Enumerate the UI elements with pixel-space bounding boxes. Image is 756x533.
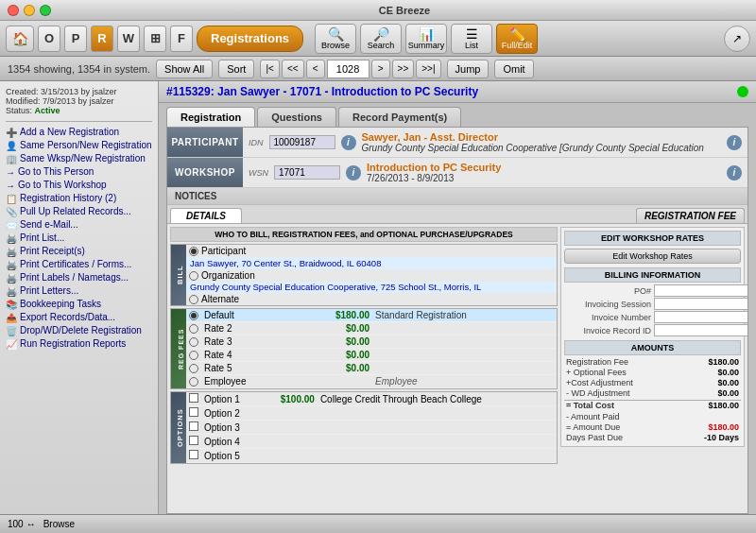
fee-row-rate2[interactable]: Rate 2 $0.00 <box>186 322 557 335</box>
sidebar-export-label: Export Records/Data... <box>20 312 115 322</box>
sidebar-item-related[interactable]: 📎Pull Up Related Records... <box>6 205 152 218</box>
workshop-content: WSN 17071 i Introduction to PC Security … <box>243 158 747 187</box>
sidebar-item-same-wksp[interactable]: 🏢Same Wksp/New Registration <box>6 152 152 165</box>
nav-letter-w[interactable]: W <box>117 26 140 52</box>
tab-record-payment[interactable]: Record Payment(s) <box>338 107 461 127</box>
po-input[interactable] <box>654 284 748 297</box>
sort-button[interactable]: Sort <box>218 60 254 78</box>
option-row-4[interactable]: Option 4 <box>186 435 557 449</box>
rate2-radio[interactable] <box>189 324 198 334</box>
participant-radio[interactable] <box>189 247 198 256</box>
sidebar-item-goto-person[interactable]: →Go to This Person <box>6 165 152 179</box>
default-fee-radio[interactable] <box>189 311 198 320</box>
nav-next-next-button[interactable]: >> <box>392 60 415 78</box>
record-number[interactable]: 1028 <box>327 60 369 78</box>
rate4-radio[interactable] <box>189 351 198 360</box>
maximize-button[interactable] <box>40 5 51 16</box>
alternate-radio[interactable] <box>189 295 198 304</box>
nav-letter-o[interactable]: O <box>38 26 60 52</box>
nav-letter-r[interactable]: R <box>91 26 113 52</box>
invoice-record-id-input[interactable] <box>654 324 748 336</box>
sidebar-email-label: Send e-Mail... <box>20 219 78 230</box>
details-tab[interactable]: DETAILS <box>170 208 242 223</box>
status-info: Status: Active <box>6 106 152 115</box>
sidebar-item-print-letters[interactable]: 🖨️Print Letters... <box>6 284 152 298</box>
nav-letter-grid[interactable]: ⊞ <box>144 26 166 52</box>
option1-checkbox[interactable] <box>189 393 198 403</box>
fee-row-rate3[interactable]: Rate 3 $0.00 <box>186 335 557 349</box>
workshop-icon: 🏢 <box>6 154 17 164</box>
sidebar-item-bookkeeping[interactable]: 📚Bookkeeping Tasks <box>6 298 152 311</box>
workshop-info-icon[interactable]: i <box>346 165 361 181</box>
nav-letter-f[interactable]: F <box>170 26 193 52</box>
sidebar-item-add[interactable]: ➕Add a New Registration <box>6 126 152 139</box>
full-edit-tool[interactable]: ✏️ Full/Edit <box>496 24 538 54</box>
option-row-2[interactable]: Option 2 <box>186 406 557 421</box>
option4-desc <box>318 435 557 449</box>
bill-option-participant[interactable]: Participant <box>186 245 557 257</box>
nav-next-button[interactable]: > <box>371 60 390 78</box>
sidebar: Created: 3/15/2013 by jsalzer Modified: … <box>0 81 159 514</box>
reg-fee-tab[interactable]: REGISTRATION FEE <box>636 208 745 223</box>
option-row-1[interactable]: Option 1 $100.00 College Credit Through … <box>186 392 557 406</box>
sidebar-item-goto-workshop[interactable]: →Go to This Workshop <box>6 179 152 192</box>
fee-row-rate4[interactable]: Rate 4 $0.00 <box>186 349 557 362</box>
sidebar-item-drop[interactable]: 🗑️Drop/WD/Delete Registration <box>6 324 152 337</box>
edit-workshop-rates-button[interactable]: Edit Workshop Rates <box>564 249 741 264</box>
participant-detail-icon[interactable]: i <box>727 135 742 150</box>
sidebar-item-same-person[interactable]: 👤Same Person/New Registration <box>6 139 152 152</box>
fee-row-default[interactable]: Default $180.00 Standard Registration <box>186 309 557 322</box>
option2-checkbox[interactable] <box>189 407 198 417</box>
list-tool[interactable]: ☰ List <box>451 24 492 54</box>
option3-checkbox[interactable] <box>189 421 198 431</box>
sidebar-item-export[interactable]: 📤Export Records/Data... <box>6 311 152 324</box>
registrations-button[interactable]: Registrations <box>197 26 303 52</box>
workshop-detail-icon[interactable]: i <box>727 165 742 181</box>
sidebar-item-history[interactable]: 📋Registration History (2) <box>6 192 152 205</box>
invoice-number-input[interactable] <box>654 311 748 323</box>
show-all-button[interactable]: Show All <box>156 60 213 78</box>
main-layout: Created: 3/15/2013 by jsalzer Modified: … <box>0 81 756 514</box>
sidebar-item-print-labels[interactable]: 🖨️Print Labels / Nametags... <box>6 271 152 284</box>
fee-row-employee[interactable]: Employee Employee <box>186 375 557 388</box>
omit-button[interactable]: Omit <box>494 60 533 78</box>
option5-checkbox[interactable] <box>189 450 198 459</box>
nav-first-button[interactable]: |< <box>260 60 279 78</box>
sidebar-item-email[interactable]: ✉️Send e-Mail... <box>6 218 152 232</box>
nav-prev-prev-button[interactable]: << <box>282 60 304 78</box>
zoom-control[interactable]: 100 ↔ <box>8 519 36 529</box>
browse-tool[interactable]: 🔍 Browse <box>315 24 356 54</box>
bill-option-alternate[interactable]: Alternate <box>186 293 557 305</box>
idn-value[interactable]: 10009187 <box>269 135 335 149</box>
sidebar-item-print-cert[interactable]: 🖨️Print Certificates / Forms... <box>6 258 152 271</box>
rate3-radio[interactable] <box>189 337 198 347</box>
rate5-radio[interactable] <box>189 364 198 373</box>
tab-questions[interactable]: Questions <box>257 107 336 127</box>
wsn-value[interactable]: 17071 <box>274 165 340 180</box>
sidebar-item-print-receipt[interactable]: 🖨️Print Receipt(s) <box>6 245 152 258</box>
fee-row-rate5[interactable]: Rate 5 $0.00 <box>186 362 557 375</box>
nav-last-button[interactable]: >>| <box>416 60 440 78</box>
sidebar-item-reports[interactable]: 📈Run Registration Reports <box>6 337 152 351</box>
option-row-5[interactable]: Option 5 <box>186 449 557 463</box>
list-label: List <box>465 41 478 50</box>
sidebar-item-print-list[interactable]: 🖨️Print List... <box>6 232 152 245</box>
bill-option-organization[interactable]: Organization <box>186 269 557 282</box>
nav-letter-p[interactable]: P <box>64 26 87 52</box>
nav-prev-button[interactable]: < <box>306 60 325 78</box>
nav-arrow-icon[interactable]: ↗ <box>724 26 750 52</box>
summary-tool[interactable]: 📊 Summary <box>405 24 447 54</box>
participant-info-icon[interactable]: i <box>341 135 356 150</box>
window-controls[interactable] <box>8 5 51 16</box>
minimize-button[interactable] <box>24 5 35 16</box>
option4-checkbox[interactable] <box>189 436 198 445</box>
jump-button[interactable]: Jump <box>447 60 490 78</box>
organization-radio[interactable] <box>189 271 198 281</box>
option-row-3[interactable]: Option 3 <box>186 421 557 435</box>
employee-radio[interactable] <box>189 377 198 387</box>
search-tool[interactable]: 🔎 Search <box>360 24 402 54</box>
invoicing-session-input[interactable] <box>654 298 748 310</box>
close-button[interactable] <box>8 5 19 16</box>
tab-registration[interactable]: Registration <box>166 107 255 127</box>
home-icon[interactable]: 🏠 <box>6 26 34 52</box>
